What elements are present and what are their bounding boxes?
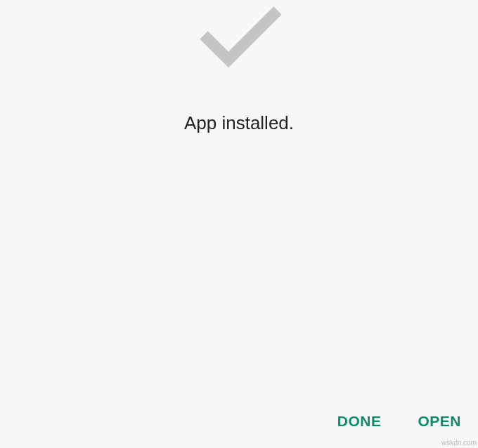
done-button[interactable]: DONE — [335, 407, 385, 435]
checkmark-icon — [190, 0, 288, 77]
open-button[interactable]: OPEN — [415, 407, 464, 435]
install-confirmation-content: App installed. — [0, 0, 478, 134]
button-bar: DONE OPEN — [335, 407, 464, 435]
checkmark-container — [190, 0, 288, 77]
status-message: App installed. — [184, 112, 294, 134]
watermark-text: wskdn.com — [441, 439, 477, 447]
